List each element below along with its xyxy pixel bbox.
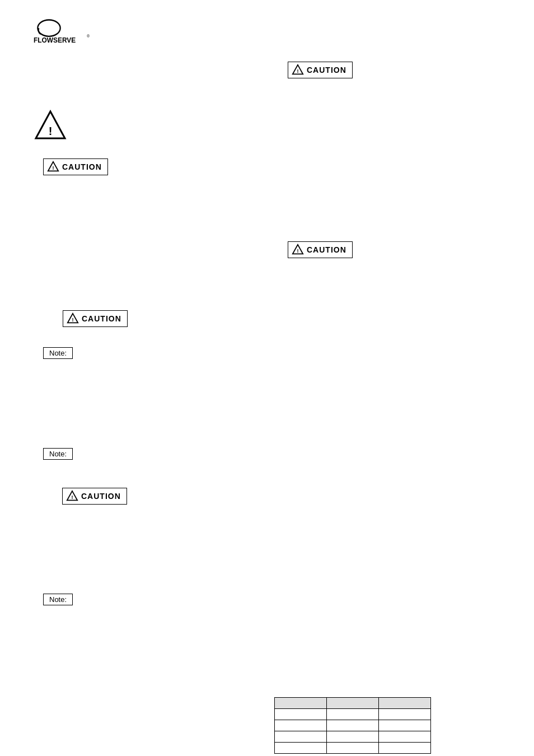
table-row <box>275 720 431 731</box>
svg-text:!: ! <box>49 125 53 137</box>
caution-badge-label-2: CAUTION <box>62 162 102 171</box>
flowserve-logo: FLOWSERVE ® <box>34 17 95 48</box>
note-badge-label-2: Note: <box>49 450 67 458</box>
caution-badge-left-1: ! CAUTION <box>43 158 108 175</box>
caution-badge-right-2: ! CAUTION <box>288 241 353 258</box>
page: FLOWSERVE ® ! CAUTION ! ! CAUTION ! <box>0 0 534 756</box>
large-triangle-area: ! <box>34 109 67 144</box>
svg-text:!: ! <box>71 494 73 500</box>
table-cell <box>275 731 327 743</box>
svg-text:®: ® <box>87 34 90 38</box>
table-header-cell-3 <box>379 698 431 709</box>
caution-badge-label: CAUTION <box>307 66 346 74</box>
table-cell <box>379 731 431 743</box>
table-row <box>275 709 431 720</box>
table-cell <box>327 709 379 720</box>
caution-triangle-icon-2: ! <box>47 161 59 173</box>
svg-text:FLOWSERVE: FLOWSERVE <box>34 36 76 44</box>
table-cell <box>275 743 327 754</box>
logo-area: FLOWSERVE ® <box>34 17 95 49</box>
table-row <box>275 731 431 743</box>
large-caution-triangle-icon: ! <box>34 109 67 143</box>
caution-triangle-icon-3: ! <box>292 244 304 256</box>
table-header <box>275 698 431 709</box>
table-cell <box>275 720 327 731</box>
caution-badge-label-5: CAUTION <box>81 492 121 501</box>
table-cell <box>379 743 431 754</box>
note-badge-label-1: Note: <box>49 349 67 357</box>
data-table <box>274 697 431 754</box>
table-body <box>275 709 431 754</box>
note-badge-label-3: Note: <box>49 595 67 604</box>
caution-badge-left-4: ! CAUTION <box>62 488 127 505</box>
note-badge-1: Note: <box>43 347 73 359</box>
table-header-cell-2 <box>327 698 379 709</box>
data-table-container <box>274 697 431 754</box>
table-row <box>275 743 431 754</box>
svg-text:!: ! <box>52 165 54 171</box>
caution-badge-left-3: ! CAUTION <box>63 310 128 327</box>
caution-triangle-icon: ! <box>292 64 304 76</box>
table-cell <box>379 720 431 731</box>
note-badge-2: Note: <box>43 448 73 460</box>
table-cell <box>275 709 327 720</box>
table-cell <box>327 720 379 731</box>
svg-point-0 <box>38 20 60 36</box>
caution-triangle-icon-4: ! <box>67 312 79 325</box>
svg-text:!: ! <box>297 248 298 254</box>
note-badge-3: Note: <box>43 594 73 605</box>
caution-badge-label-4: CAUTION <box>82 314 121 323</box>
table-cell <box>327 731 379 743</box>
svg-text:!: ! <box>297 68 298 74</box>
table-header-cell-1 <box>275 698 327 709</box>
table-header-row <box>275 698 431 709</box>
caution-triangle-icon-5: ! <box>66 490 78 502</box>
caution-badge-label-3: CAUTION <box>307 245 346 254</box>
table-cell <box>379 709 431 720</box>
caution-badge-top-right: ! CAUTION <box>288 62 353 78</box>
svg-text:!: ! <box>72 317 73 323</box>
table-cell <box>327 743 379 754</box>
